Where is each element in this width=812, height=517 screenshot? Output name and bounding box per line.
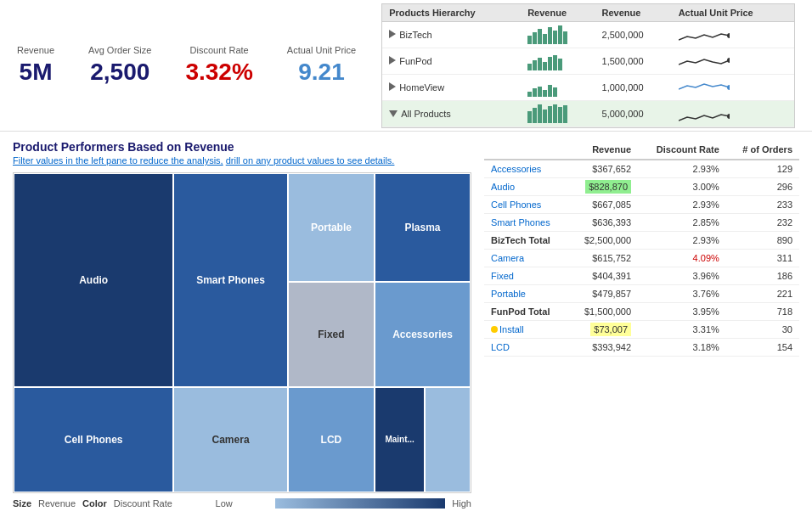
treemap-cell-smartphones[interactable]: Smart Phones — [173, 173, 288, 387]
bar — [543, 34, 547, 44]
row-name[interactable]: Audio — [484, 178, 568, 196]
legend-color-label: Color — [82, 498, 107, 509]
treemap-cell-cellphones[interactable]: Cell Phones — [14, 387, 173, 492]
row-name: BizTech Total — [484, 232, 568, 250]
expand-icon[interactable] — [389, 30, 396, 38]
bar — [527, 111, 532, 123]
row-revenue: $615,752 — [568, 250, 638, 267]
expand-icon[interactable] — [389, 82, 396, 91]
revenue-value: 1,500,000 — [595, 48, 672, 74]
mini-bar-chart — [527, 52, 588, 70]
row-orders: 296 — [726, 178, 799, 196]
kpi-avg-order-value: 2,500 — [88, 59, 151, 86]
col-orders-header: # of Orders — [726, 140, 799, 160]
row-orders: 232 — [726, 214, 799, 232]
treemap-cell-lcd[interactable]: LCD — [288, 387, 375, 492]
unit-price-sparkline — [672, 48, 794, 74]
bar — [533, 108, 537, 123]
hierarchy-name[interactable]: All Products — [382, 100, 521, 126]
mini-bars-cell — [521, 74, 595, 100]
bar — [558, 107, 562, 123]
bar — [553, 87, 557, 97]
row-orders: 129 — [726, 160, 799, 178]
collapse-icon[interactable] — [389, 110, 398, 117]
hierarchy-name[interactable]: FunPod — [382, 48, 521, 74]
bar — [558, 25, 562, 44]
expand-icon[interactable] — [389, 56, 396, 65]
sparkline — [679, 104, 730, 122]
table-row: FunPod — [382, 48, 794, 74]
sparkline — [679, 51, 730, 70]
legend-gradient — [275, 498, 445, 509]
col-name-header — [484, 140, 568, 160]
bar — [538, 29, 542, 44]
row-name[interactable]: Fixed — [484, 267, 568, 285]
row-name[interactable]: Cell Phones — [484, 196, 568, 214]
treemap-cell-fixed[interactable]: Fixed — [288, 282, 375, 387]
table-row: Cell Phones $667,085 2.93% 233 — [484, 196, 799, 214]
row-discount: 3.76% — [638, 285, 726, 303]
legend-bar: Size Revenue Color Discount Rate Low Hig… — [13, 498, 471, 509]
kpi-revenue-label: Revenue — [17, 45, 54, 55]
bar — [563, 105, 567, 123]
col-revenue-mini: Revenue — [521, 4, 595, 22]
row-name[interactable]: Install — [484, 321, 568, 339]
bar — [533, 88, 537, 97]
treemap-cell-audio[interactable]: Audio — [14, 173, 173, 387]
treemap-cell-camera[interactable]: Camera — [173, 387, 288, 492]
treemap-cell-accessories[interactable]: Accessories — [375, 282, 471, 387]
kpi-metrics: Revenue 5M Avg Order Size 2,500 Discount… — [17, 45, 356, 86]
row-orders: 718 — [726, 303, 799, 321]
row-discount: 2.93% — [638, 196, 726, 214]
table-row: Portable $479,857 3.76% 221 — [484, 285, 799, 303]
row-revenue: $667,085 — [568, 196, 638, 214]
table-row: Fixed $404,391 3.96% 186 — [484, 267, 799, 285]
treemap-cell-extra[interactable] — [425, 387, 471, 492]
hierarchy-name[interactable]: BizTech — [382, 21, 521, 48]
row-name[interactable]: LCD — [484, 339, 568, 357]
flag-icon — [491, 326, 498, 333]
col-revenue-num: Revenue — [595, 4, 672, 22]
bar — [548, 106, 552, 123]
bar — [548, 85, 552, 97]
treemap-inner: Audio Smart Phones Portable Plasma Fixed… — [14, 173, 471, 492]
row-name[interactable]: Portable — [484, 285, 568, 303]
kpi-discount-value: 3.32% — [185, 59, 252, 86]
bar — [527, 36, 532, 44]
row-name[interactable]: Accessories — [484, 160, 568, 178]
row-revenue: $828,870 — [568, 178, 638, 196]
col-revenue-header: Revenue — [568, 140, 638, 160]
mini-bar-chart — [527, 25, 588, 44]
kpi-unit-price: Actual Unit Price 9.21 — [287, 45, 356, 86]
table-row: LCD $393,942 3.18% 154 — [484, 339, 799, 357]
products-hierarchy-table: Products Hierarchy Revenue Revenue Actua… — [381, 3, 795, 128]
row-revenue: $479,857 — [568, 285, 638, 303]
left-panel: Product Performers Based on Revenue Filt… — [13, 140, 471, 509]
row-discount: 3.00% — [638, 178, 726, 196]
mini-bars-cell — [521, 21, 595, 48]
row-revenue: $1,500,000 — [568, 303, 638, 321]
treemap-cell-plasma[interactable]: Plasma — [375, 173, 471, 282]
row-revenue: $404,391 — [568, 267, 638, 285]
bar — [543, 90, 547, 97]
treemap-cell-maint[interactable]: Maint... — [375, 387, 425, 492]
kpi-revenue-value: 5M — [17, 59, 54, 86]
bar — [553, 104, 557, 123]
row-name[interactable]: Smart Phones — [484, 214, 568, 232]
subtitle-link[interactable]: drill on any product values to see detai… — [226, 155, 395, 166]
table-row: FunPod Total $1,500,000 3.95% 718 — [484, 303, 799, 321]
unit-price-sparkline — [672, 100, 794, 126]
row-discount: 2.93% — [638, 232, 726, 250]
hierarchy-name[interactable]: HomeView — [382, 74, 521, 100]
highlight-green: $828,870 — [585, 180, 631, 194]
row-orders: 311 — [726, 250, 799, 267]
kpi-discount: Discount Rate 3.32% — [185, 45, 252, 86]
kpi-avg-order-label: Avg Order Size — [88, 45, 151, 55]
row-orders: 186 — [726, 267, 799, 285]
row-orders: 154 — [726, 339, 799, 357]
bar — [548, 57, 552, 70]
row-name[interactable]: Camera — [484, 250, 568, 267]
chart-subtitle: Filter values in the left pane to reduce… — [13, 155, 471, 166]
treemap-cell-portable[interactable]: Portable — [288, 173, 375, 282]
row-discount: 3.95% — [638, 303, 726, 321]
